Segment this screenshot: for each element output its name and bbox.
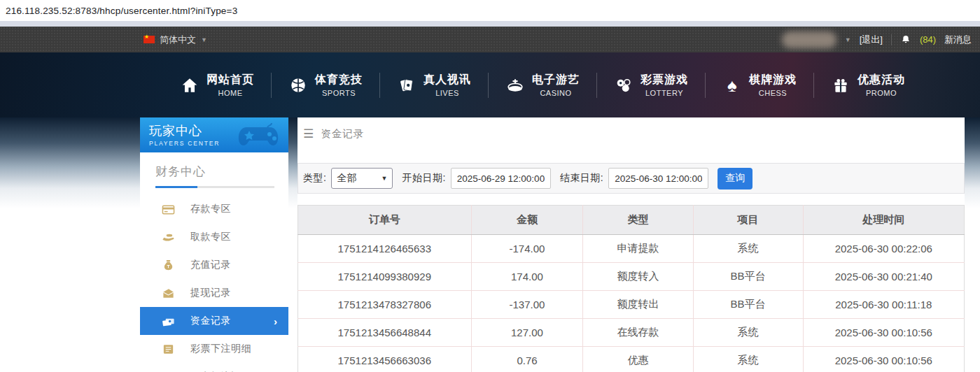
cell-amount: -174.00 [471,235,583,263]
roulette-icon [505,76,525,95]
table-row: 1751213478327806 -137.00 额度转出 BB平台 2025-… [298,291,965,319]
username-blurred[interactable] [782,31,836,48]
search-button[interactable]: 查询 [718,168,752,189]
cell-amount: 127.00 [471,319,583,347]
nav-item-casino[interactable]: 电子游艺CASINO [489,73,596,97]
cell-process-time: 2025-06-30 00:22:06 [803,235,964,263]
start-date-label: 开始日期: [402,172,445,185]
table-row: 1751214126465633 -174.00 申请提款 系统 2025-06… [298,235,965,263]
money-bag-icon [161,258,175,272]
type-label: 类型: [303,172,326,185]
sidebar-item-withdraw-zone[interactable]: 取款专区 [140,223,288,251]
cell-project: 系统 [693,235,803,263]
sports-ball-icon [288,76,308,95]
message-count: (84) [920,34,936,45]
main-nav: 网站首页HOME 体育竞技SPORTS 真人视讯LIVES [0,52,980,117]
nav-label-en: PROMO [866,89,897,97]
sidebar-menu: 存款专区 取款专区 充值记录 提现记录 [140,195,288,372]
cell-project: BB平台 [693,263,803,291]
cell-type: 优惠 [583,347,693,372]
nav-item-promo[interactable]: 优惠活动PROMO [814,73,922,97]
cell-process-time: 2025-06-30 00:11:18 [803,291,964,319]
nav-label-zh: 网站首页 [206,73,254,87]
header-project: 项目 [693,206,803,235]
cell-project: 系统 [693,319,803,347]
type-select[interactable]: 全部 ▼ [331,168,393,189]
cell-process-time: 2025-06-30 00:10:56 [803,347,964,372]
sidebar-item-lottery-bet-details[interactable]: 彩票下注明细 [140,335,288,363]
cell-order-no: 1751214099380929 [298,263,472,291]
header-order-no: 订单号 [298,206,472,235]
toolbar-right: ▼ [退出] (84) 新消息 [782,31,972,48]
cell-process-time: 2025-06-30 00:10:56 [803,319,964,347]
sidebar-section: 财务中心 [140,152,288,188]
spade-icon: ♠ [722,76,742,95]
document-icon [161,342,175,356]
nav-label-zh: 棋牌游戏 [749,73,797,87]
start-date-input[interactable] [451,168,551,189]
page-title: 资金记录 [321,127,364,141]
nav-item-lottery[interactable]: 彩票游戏LOTTERY [597,73,705,97]
playing-cards-icon [397,76,416,95]
nav-label-en: HOME [218,89,243,97]
nav-label-zh: 彩票游戏 [640,73,688,87]
table-row: 1751214099380929 174.00 额度转入 BB平台 2025-0… [298,263,965,291]
new-messages-link[interactable]: 新消息 [944,34,972,46]
header-amount: 金额 [471,206,583,235]
nav-inner: 网站首页HOME 体育竞技SPORTS 真人视讯LIVES [0,52,980,117]
nav-item-sports[interactable]: 体育竞技SPORTS [272,73,379,97]
end-date-input[interactable] [608,168,708,189]
nav-label-zh: 电子游艺 [532,73,580,87]
type-select-value: 全部 [337,172,356,185]
sidebar-item-label: 资金记录 [190,315,231,327]
language-selector[interactable]: 简体中文 ▼ [144,34,207,46]
sidebar-item-room-bet-records[interactable]: 厅室投注记录 [140,363,288,372]
browser-divider [0,21,980,27]
cell-type: 额度转入 [583,263,693,291]
sidebar-item-recharge-records[interactable]: 充值记录 [140,251,288,279]
cell-type: 申请提款 [583,235,693,263]
sidebar-item-label: 充值记录 [190,259,231,271]
nav-item-home[interactable]: 网站首页HOME [163,73,271,97]
chevron-right-icon: › [274,315,277,327]
cell-order-no: 1751213456663036 [298,347,472,372]
caret-down-icon[interactable]: ▼ [845,36,851,43]
caret-down-icon: ▼ [201,36,207,43]
header-type: 类型 [583,206,693,235]
table-row: 1751213456663036 0.76 优惠 系统 2025-06-30 0… [298,347,965,372]
sidebar-item-withdrawal-records[interactable]: 提现记录 [140,279,288,307]
sidebar-item-deposit-zone[interactable]: 存款专区 [140,195,288,223]
nav-label-zh: 真人视讯 [424,73,471,87]
gift-icon [831,76,850,95]
hamburger-icon[interactable]: ☰ [303,127,314,141]
nav-label-en: LIVES [435,89,459,97]
nav-item-lives[interactable]: 真人视讯LIVES [380,73,488,97]
wallet-icon [161,286,175,300]
china-flag-icon [144,36,155,43]
fund-records-table: 订单号 金额 类型 项目 处理时间 1751214126465633 -174.… [298,205,965,372]
main-content: ☰ 资金记录 类型: 全部 ▼ 开始日期: 结束日期: 查询 订单号 金额 [298,117,965,372]
cell-amount: -137.00 [471,291,583,319]
sidebar-item-label: 取款专区 [190,231,231,243]
cell-amount: 0.76 [471,347,583,372]
logout-button[interactable]: [退出] [860,34,883,46]
url-text: 216.118.235.52:8783/hhcp/usercenter.html… [6,6,237,16]
cell-process-time: 2025-06-30 00:21:40 [803,263,964,291]
sidebar: 玩家中心 PLAYERS CENTER 财务中心 存款专区 取款专区 [140,117,288,372]
sidebar-item-label: 彩票下注明细 [190,343,251,355]
cell-order-no: 1751213456648844 [298,319,472,347]
browser-url-bar[interactable]: 216.118.235.52:8783/hhcp/usercenter.html… [0,0,980,21]
sidebar-item-fund-records[interactable]: 资金记录 › [140,307,288,335]
cell-type: 额度转出 [583,291,693,319]
page: 216.118.235.52:8783/hhcp/usercenter.html… [0,0,980,372]
nav-item-chess[interactable]: ♠ 棋牌游戏CHESS [706,73,813,97]
caret-down-icon: ▼ [381,175,387,182]
nav-label-en: CASINO [540,89,571,97]
language-label: 简体中文 [160,34,196,46]
nav-label-zh: 体育竞技 [315,73,363,87]
filter-bar: 类型: 全部 ▼ 开始日期: 结束日期: 查询 [298,163,965,194]
top-toolbar: 简体中文 ▼ ▼ [退出] (84) 新消息 [0,27,980,52]
table-header-row: 订单号 金额 类型 项目 处理时间 [298,206,965,235]
bell-icon[interactable] [900,34,911,45]
nav-label-en: CHESS [759,89,787,97]
